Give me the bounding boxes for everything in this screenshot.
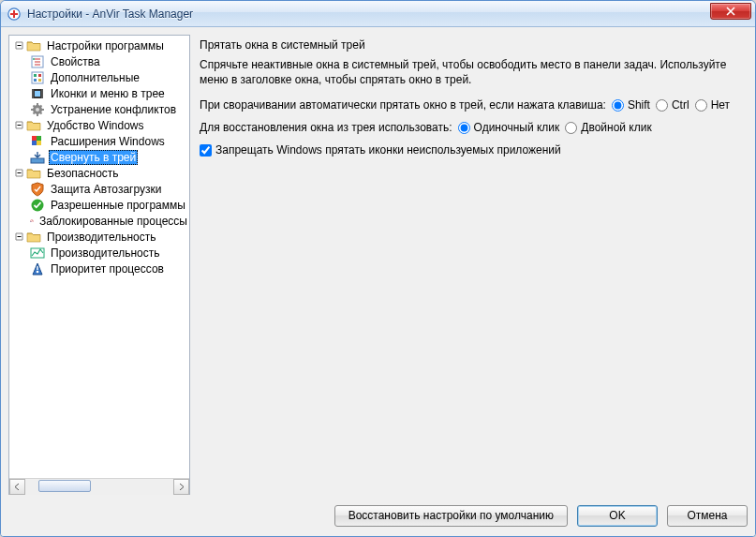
tree-group[interactable]: Производительность [9,229,189,245]
svg-rect-16 [32,136,37,141]
svg-point-25 [37,270,39,273]
tree-item-label: Устранение конфликтов [49,103,178,116]
tree-item[interactable]: Дополнительные [9,69,189,85]
radio-double-input[interactable] [565,122,577,134]
cancel-button[interactable]: Отмена [667,505,748,527]
ok-button[interactable]: OK [577,505,658,527]
svg-rect-2 [10,13,18,15]
additional-icon [30,70,45,85]
prevent-hide-label: Запрещать Windows прятать иконки неиспол… [215,143,561,157]
tree-item[interactable]: Устранение конфликтов [9,101,189,117]
collapse-icon[interactable] [13,120,24,131]
svg-rect-11 [32,89,34,98]
scroll-thumb[interactable] [38,480,91,492]
radio-none[interactable]: Нет [695,98,730,112]
minimize-key-label: При сворачивании автоматически прятать о… [200,98,606,112]
settings-window: Настройки - AnVir Task Manager Настройки… [0,0,756,537]
scroll-track[interactable] [25,479,173,495]
collapse-icon[interactable] [13,168,24,179]
tree-item-label: Разрешенные программы [49,199,187,212]
svg-rect-7 [38,74,41,77]
nav-tree[interactable]: Настройки программыСвойстваДополнительны… [9,36,189,478]
svg-rect-9 [38,79,41,82]
collapse-icon[interactable] [13,40,24,52]
tree-item[interactable]: Защита Автозагрузки [9,181,189,197]
tray-icon [30,150,45,165]
svg-rect-8 [34,79,37,82]
tree-item-label: Приоритет процессов [49,262,166,276]
tree-item[interactable]: Свернуть в трей [9,149,189,165]
block-icon [30,214,34,229]
tree-item-label: Защита Автозагрузки [49,183,163,196]
collapse-icon[interactable] [13,231,24,243]
radio-single-click[interactable]: Одиночный клик [458,121,560,134]
tree-group-label: Настройки программы [45,39,166,52]
tree-item[interactable]: Заблокированные процессы [9,213,189,229]
svg-rect-13 [35,91,40,97]
priority-icon [30,261,45,276]
svg-rect-5 [32,72,43,83]
perf-icon [30,246,45,261]
svg-rect-19 [37,141,41,145]
tree-group[interactable]: Удобство Windows [9,117,189,133]
section-description: Спрячьте неактивные окна в системный тре… [200,57,740,87]
tree-item-label: Расширения Windows [49,135,167,148]
tree-item[interactable]: Приоритет процессов [9,261,189,276]
client-area: Настройки программыСвойстваДополнительны… [1,27,755,536]
radio-ctrl-input[interactable] [656,99,668,112]
app-icon [7,7,22,22]
titlebar[interactable]: Настройки - AnVir Task Manager [1,1,755,27]
tree-item[interactable]: Производительность [9,245,189,261]
tree-group-label: Производительность [45,231,157,244]
svg-rect-20 [31,158,44,163]
tree-item-label: Иконки и меню в трее [49,87,167,100]
section-title: Прятать окна в системный трей [200,38,740,52]
radio-none-label: Нет [711,98,730,112]
tree-item[interactable]: Расширения Windows [9,133,189,149]
svg-rect-26 [37,266,37,270]
svg-rect-12 [41,89,43,98]
radio-single-input[interactable] [458,122,470,134]
nav-tree-pane: Настройки программыСвойстваДополнительны… [8,35,190,495]
svg-point-23 [30,221,31,222]
scroll-right-button[interactable] [173,479,189,495]
restore-defaults-button[interactable]: Восстановить настройки по умолчанию [334,505,568,527]
scroll-left-button[interactable] [9,479,25,495]
radio-none-input[interactable] [695,99,707,112]
tree-item-label: Дополнительные [49,71,141,84]
radio-shift-input[interactable] [612,99,624,112]
tree-group-label: Удобство Windows [45,119,146,132]
svg-rect-17 [37,136,41,141]
folder-icon [26,166,41,181]
prevent-hide-checkbox[interactable]: Запрещать Windows прятать иконки неиспол… [200,143,561,157]
radio-double-click[interactable]: Двойной клик [565,121,651,134]
restore-click-label: Для восстановления окна из трея использо… [200,121,452,134]
content-pane: Прятать окна в системный трей Спрячьте н… [196,35,748,495]
svg-rect-6 [34,74,37,77]
svg-point-15 [36,108,39,112]
prevent-hide-input[interactable] [200,144,212,157]
radio-single-label: Одиночный клик [474,121,560,134]
button-bar: Восстановить настройки по умолчанию OK О… [8,502,748,529]
prevent-hide-row: Запрещать Windows прятать иконки неиспол… [200,143,740,157]
allow-icon [30,198,45,213]
tree-item-label: Свойства [49,55,102,68]
close-button[interactable] [710,3,751,20]
tree-item[interactable]: Свойства [9,53,189,69]
svg-rect-18 [32,141,37,145]
tree-hscrollbar[interactable] [9,478,189,494]
tree-item[interactable]: Иконки и меню в трее [9,85,189,101]
tree-item-label: Производительность [49,246,161,260]
tree-group[interactable]: Безопасность [9,165,189,181]
restore-click-row: Для восстановления окна из трея использо… [200,121,740,134]
radio-shift-label: Shift [628,98,650,112]
radio-shift[interactable]: Shift [612,98,650,112]
radio-double-label: Двойной клик [581,121,651,134]
tree-group[interactable]: Настройки программы [9,37,189,53]
tree-item-label: Заблокированные процессы [37,215,189,228]
flag-icon [30,134,45,149]
film-icon [30,86,45,101]
tree-item[interactable]: Разрешенные программы [9,197,189,213]
radio-ctrl[interactable]: Ctrl [656,98,689,112]
properties-icon [30,54,45,69]
